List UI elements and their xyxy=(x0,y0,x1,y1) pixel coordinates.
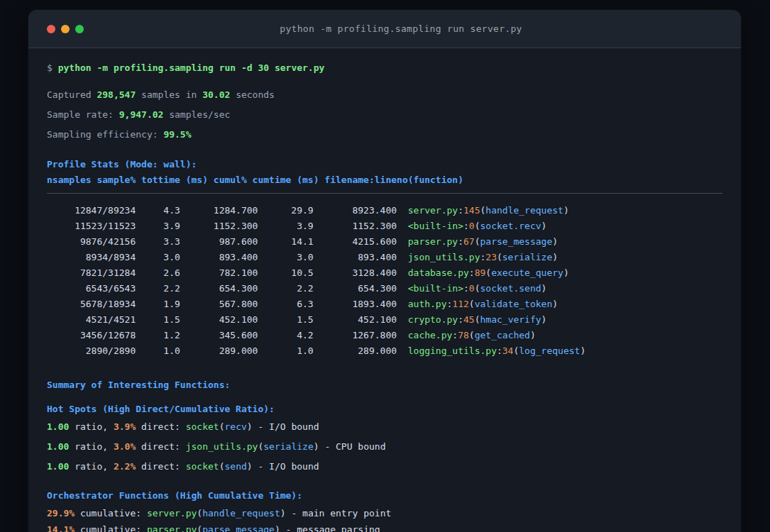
text-segment: 145 xyxy=(463,205,480,216)
orchestrators-title: Orchestrator Functions (High Cumulative … xyxy=(47,489,722,503)
text-segment: Sampling efficiency: xyxy=(47,129,163,140)
text-segment: ( xyxy=(469,299,475,309)
hot-spots-list: 1.00 ratio, 3.9% direct: socket(recv) - … xyxy=(47,420,722,474)
text-segment: ) xyxy=(247,421,253,432)
text-segment: samples/sec xyxy=(163,109,230,120)
profile-row: 12847/89234 4.3 1284.700 29.9 8923.400 s… xyxy=(47,203,722,218)
text-segment: crypto.py xyxy=(408,314,458,325)
text-segment: ( xyxy=(475,283,480,294)
text-segment: ( xyxy=(475,221,480,231)
text-segment: parser.py xyxy=(147,524,197,532)
text-segment: 3456/12678 1.2 345.600 4.2 1267.800 xyxy=(47,330,408,340)
titlebar: python -m profiling.sampling run server.… xyxy=(28,10,741,48)
text-segment: validate_token xyxy=(475,299,553,309)
text-segment: ( xyxy=(219,461,225,472)
text-segment: ratio, xyxy=(69,441,114,452)
text-segment: socket.recv xyxy=(480,221,541,231)
text-segment: ( xyxy=(197,508,202,519)
minimize-button-icon[interactable] xyxy=(61,25,70,33)
profile-row: 9876/42156 3.3 987.600 14.1 4215.600 par… xyxy=(47,234,722,250)
text-segment: cumulative: xyxy=(75,524,147,532)
text-segment: : xyxy=(463,221,469,231)
text-segment: 8934/8934 3.0 893.400 3.0 893.400 xyxy=(47,252,408,262)
text-segment: ) xyxy=(275,524,280,532)
text-segment: socket.send xyxy=(480,283,541,294)
text-segment: ) xyxy=(563,267,569,278)
text-segment: json_utils.py xyxy=(186,441,258,452)
profile-table-rows: 12847/89234 4.3 1284.700 29.9 8923.400 s… xyxy=(47,194,722,359)
text-segment: - main entry point xyxy=(286,508,392,519)
text-segment: 12847/89234 4.3 1284.700 29.9 8923.400 xyxy=(47,205,408,216)
hot-spot-line: 1.00 ratio, 3.9% direct: socket(recv) - … xyxy=(47,420,722,434)
text-segment: ) xyxy=(552,236,558,247)
profile-row: 5678/18934 1.9 567.800 6.3 1893.400 auth… xyxy=(47,297,722,312)
text-segment: ratio, xyxy=(69,421,114,432)
text-segment: <built-in> xyxy=(408,283,463,294)
text-segment: - I/O bound xyxy=(253,421,319,432)
close-button-icon[interactable] xyxy=(47,25,55,33)
profile-row: 3456/12678 1.2 345.600 4.2 1267.800 cach… xyxy=(47,328,722,343)
command-line: $ python -m profiling.sampling run -d 30… xyxy=(47,61,722,75)
text-segment: 89 xyxy=(475,267,486,278)
text-segment: direct: xyxy=(136,441,185,452)
text-segment: cumulative: xyxy=(75,508,147,519)
text-segment: : xyxy=(458,205,463,216)
text-segment: hmac_verify xyxy=(480,314,541,325)
text-segment: 0 xyxy=(469,221,475,231)
hot-spot-line: 1.00 ratio, 3.0% direct: json_utils.py(s… xyxy=(47,440,722,454)
text-segment: execute_query xyxy=(491,267,563,278)
text-segment: server.py xyxy=(408,205,458,216)
text-segment: socket xyxy=(186,421,219,432)
text-segment: serialize xyxy=(502,252,552,262)
text-segment: log_request xyxy=(519,345,580,356)
orchestrator-line: 14.1% cumulative: parser.py(parse_messag… xyxy=(47,523,722,532)
summary-title: Summary of Interesting Functions: xyxy=(47,378,722,392)
terminal-output: $ python -m profiling.sampling run -d 30… xyxy=(28,61,741,532)
profile-table-header: nsamples sample% tottime (ms) cumul% cum… xyxy=(47,173,722,187)
capture-stat-line: Sampling efficiency: 99.5% xyxy=(47,128,722,142)
text-segment: server.py xyxy=(147,508,197,519)
text-segment: 4521/4521 1.5 452.100 1.5 452.100 xyxy=(47,314,408,325)
text-segment: ) xyxy=(563,205,569,216)
text-segment: - I/O bound xyxy=(253,461,319,472)
text-segment: ) xyxy=(541,314,547,325)
maximize-button-icon[interactable] xyxy=(75,25,84,33)
text-segment: ) xyxy=(552,299,558,309)
text-segment: 34 xyxy=(502,345,514,356)
text-segment: 3.0% xyxy=(114,441,136,452)
text-segment: 5678/18934 1.9 567.800 6.3 1893.400 xyxy=(47,299,408,309)
orchestrators-list: 29.9% cumulative: server.py(handle_reque… xyxy=(47,506,722,532)
text-segment: - message parsing xyxy=(280,524,380,532)
capture-stat-line: Captured 298,547 samples in 30.02 second… xyxy=(47,88,722,102)
text-segment: : xyxy=(469,267,475,278)
text-segment: 3.9% xyxy=(114,421,136,432)
text-segment: 1.00 xyxy=(47,461,69,472)
window-controls xyxy=(47,25,89,33)
terminal-window: python -m profiling.sampling run server.… xyxy=(28,10,741,532)
text-segment: : xyxy=(452,330,458,340)
text-segment: ( xyxy=(475,314,480,325)
text-segment: ratio, xyxy=(69,461,114,472)
text-segment: direct: xyxy=(136,421,185,432)
text-segment: ) xyxy=(552,252,558,262)
text-segment: seconds xyxy=(230,89,275,100)
text-segment: 7821/31284 2.6 782.100 10.5 3128.400 xyxy=(47,267,408,278)
text-segment: 14.1% xyxy=(47,524,75,532)
text-segment: ( xyxy=(469,330,475,340)
text-segment: 2.2% xyxy=(114,461,136,472)
text-segment: send xyxy=(225,461,247,472)
text-segment: : xyxy=(458,236,463,247)
text-segment: parse_message xyxy=(202,524,275,532)
text-segment: python -m profiling.sampling run -d 30 s… xyxy=(58,62,325,73)
text-segment: ) xyxy=(280,508,286,519)
text-segment: recv xyxy=(225,421,247,432)
text-segment: : xyxy=(497,345,502,356)
text-segment: 23 xyxy=(485,252,497,262)
text-segment: ) xyxy=(541,283,547,294)
text-segment: cache.py xyxy=(408,330,453,340)
capture-stats: Captured 298,547 samples in 30.02 second… xyxy=(47,88,722,142)
profile-row: 11523/11523 3.9 1152.300 3.9 1152.300 <b… xyxy=(47,218,722,234)
text-segment: 1.00 xyxy=(47,421,69,432)
text-segment: ( xyxy=(485,267,491,278)
text-segment: handle_request xyxy=(202,508,280,519)
